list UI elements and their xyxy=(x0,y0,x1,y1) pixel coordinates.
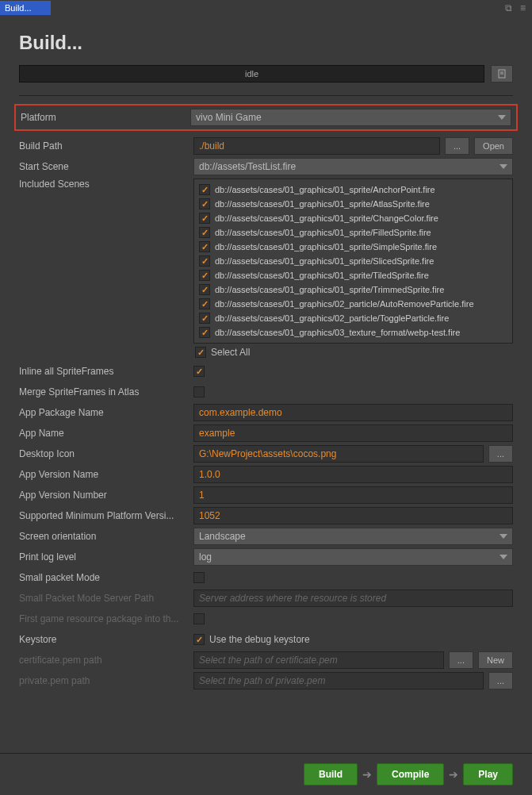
desktop-icon-input[interactable] xyxy=(193,445,484,463)
log-level-label: Print log level xyxy=(19,551,193,563)
desktop-icon-label: Desktop Icon xyxy=(19,448,193,459)
merge-sprite-checkbox[interactable] xyxy=(193,386,205,398)
inline-sprite-checkbox[interactable] xyxy=(193,366,205,377)
app-package-label: App Package Name xyxy=(19,407,193,418)
scene-checkbox[interactable] xyxy=(199,270,210,281)
scene-checkbox[interactable] xyxy=(199,227,210,238)
arrow-right-icon: ➔ xyxy=(449,768,458,781)
scene-row: db://assets/cases/01_graphics/01_sprite/… xyxy=(194,197,512,211)
scene-checkbox[interactable] xyxy=(199,327,210,338)
keystore-label: Keystore xyxy=(19,634,193,645)
scene-path: db://assets/cases/01_graphics/03_texture… xyxy=(215,328,460,337)
select-all-label: Select All xyxy=(211,347,250,358)
included-scenes-list[interactable]: db://assets/cases/01_graphics/01_sprite/… xyxy=(193,179,513,344)
small-packet-checkbox[interactable] xyxy=(193,572,205,583)
compile-button[interactable]: Compile xyxy=(377,763,444,785)
scene-row: db://assets/cases/01_graphics/01_sprite/… xyxy=(194,225,512,240)
min-platform-label: Supported Minimum Platform Versi... xyxy=(19,510,193,521)
scene-path: db://assets/cases/01_graphics/01_sprite/… xyxy=(215,228,431,237)
scene-row: db://assets/cases/01_graphics/02_particl… xyxy=(194,311,512,325)
scene-checkbox[interactable] xyxy=(199,298,210,309)
scene-checkbox[interactable] xyxy=(199,284,210,295)
start-scene-select[interactable]: db://assets/TestList.fire xyxy=(193,158,513,175)
build-path-browse-button[interactable]: ... xyxy=(445,137,469,155)
priv-pem-browse-button[interactable]: ... xyxy=(488,672,513,689)
cert-pem-label: certificate.pem path xyxy=(19,655,193,666)
version-name-input[interactable] xyxy=(193,466,513,483)
arrow-right-icon: ➔ xyxy=(362,768,372,781)
cert-pem-new-button[interactable]: New xyxy=(478,651,513,669)
scene-path: db://assets/cases/01_graphics/02_particl… xyxy=(215,299,474,309)
scene-checkbox[interactable] xyxy=(199,184,210,195)
scene-row: db://assets/cases/01_graphics/01_sprite/… xyxy=(194,254,512,268)
status-action-button[interactable] xyxy=(491,65,513,83)
scene-checkbox[interactable] xyxy=(199,313,210,324)
build-path-label: Build Path xyxy=(19,140,193,152)
status-bar: idle xyxy=(19,65,484,83)
chevron-down-icon xyxy=(498,115,506,120)
scene-row: db://assets/cases/01_graphics/01_sprite/… xyxy=(194,182,512,197)
document-icon xyxy=(497,69,507,79)
build-path-input[interactable] xyxy=(193,137,440,155)
keystore-checkbox[interactable] xyxy=(193,634,205,645)
small-packet-path-input[interactable] xyxy=(193,590,513,607)
cert-pem-input[interactable] xyxy=(193,651,444,669)
platform-highlight: Platform vivo Mini Game xyxy=(14,104,518,131)
platform-label: Platform xyxy=(21,112,190,123)
scene-row: db://assets/cases/01_graphics/03_texture… xyxy=(194,325,512,340)
app-package-input[interactable] xyxy=(193,404,513,421)
scene-path: db://assets/cases/01_graphics/01_sprite/… xyxy=(215,242,437,252)
scene-checkbox[interactable] xyxy=(199,255,210,267)
chevron-down-icon xyxy=(499,534,507,539)
scene-checkbox[interactable] xyxy=(199,241,210,252)
app-name-input[interactable] xyxy=(193,424,513,442)
small-packet-path-label: Small Packet Mode Server Path xyxy=(19,593,193,604)
build-button[interactable]: Build xyxy=(304,763,358,785)
scene-path: db://assets/cases/01_graphics/01_sprite/… xyxy=(215,285,444,294)
app-name-label: App Name xyxy=(19,428,193,439)
orientation-select[interactable]: Landscape xyxy=(193,528,513,545)
popout-icon[interactable]: ⧉ xyxy=(505,2,512,13)
menu-icon[interactable]: ≡ xyxy=(520,2,526,13)
scene-row: db://assets/cases/01_graphics/01_sprite/… xyxy=(194,211,512,225)
play-button[interactable]: Play xyxy=(463,763,513,785)
platform-select[interactable]: vivo Mini Game xyxy=(190,109,511,126)
scene-row: db://assets/cases/01_graphics/01_sprite/… xyxy=(194,282,512,297)
inline-sprite-label: Inline all SpriteFrames xyxy=(19,366,193,377)
priv-pem-input[interactable] xyxy=(193,672,484,689)
priv-pem-label: private.pem path xyxy=(19,675,193,686)
scene-row: db://assets/cases/01_graphics/02_particl… xyxy=(194,297,512,311)
cert-pem-browse-button[interactable]: ... xyxy=(449,651,473,669)
page-title: Build... xyxy=(0,16,532,65)
chevron-down-icon xyxy=(499,555,507,559)
scene-path: db://assets/cases/01_graphics/01_sprite/… xyxy=(215,199,430,209)
included-scenes-label: Included Scenes xyxy=(19,179,193,190)
scene-path: db://assets/cases/01_graphics/01_sprite/… xyxy=(215,213,438,223)
footer: Build ➔ Compile ➔ Play xyxy=(0,753,532,795)
scene-path: db://assets/cases/01_graphics/01_sprite/… xyxy=(215,185,435,194)
scene-checkbox[interactable] xyxy=(199,198,210,209)
scene-path: db://assets/cases/01_graphics/01_sprite/… xyxy=(215,271,429,280)
merge-sprite-label: Merge SpriteFrames in Atlas xyxy=(19,386,193,398)
version-number-label: App Version Number xyxy=(19,490,193,501)
scene-path: db://assets/cases/01_graphics/01_sprite/… xyxy=(215,256,434,266)
start-scene-label: Start Scene xyxy=(19,161,193,172)
scene-row: db://assets/cases/01_graphics/01_sprite/… xyxy=(194,268,512,282)
first-game-label: First game resource package into th... xyxy=(19,613,193,624)
chevron-down-icon xyxy=(499,164,507,169)
build-path-open-button[interactable]: Open xyxy=(474,137,513,155)
scene-path: db://assets/cases/01_graphics/02_particl… xyxy=(215,313,449,323)
keystore-text: Use the debug keystore xyxy=(209,634,310,645)
window-tab[interactable]: Build... xyxy=(0,1,51,15)
desktop-icon-browse-button[interactable]: ... xyxy=(488,445,513,463)
first-game-checkbox[interactable] xyxy=(193,613,205,624)
version-number-input[interactable] xyxy=(193,486,513,504)
log-level-select[interactable]: log xyxy=(193,548,513,566)
small-packet-label: Small packet Mode xyxy=(19,572,193,583)
select-all-checkbox[interactable] xyxy=(195,347,206,358)
orientation-label: Screen orientation xyxy=(19,531,193,542)
scene-checkbox[interactable] xyxy=(199,213,210,224)
min-platform-input[interactable] xyxy=(193,507,513,524)
scene-row: db://assets/cases/01_graphics/01_sprite/… xyxy=(194,240,512,254)
version-name-label: App Version Name xyxy=(19,469,193,480)
